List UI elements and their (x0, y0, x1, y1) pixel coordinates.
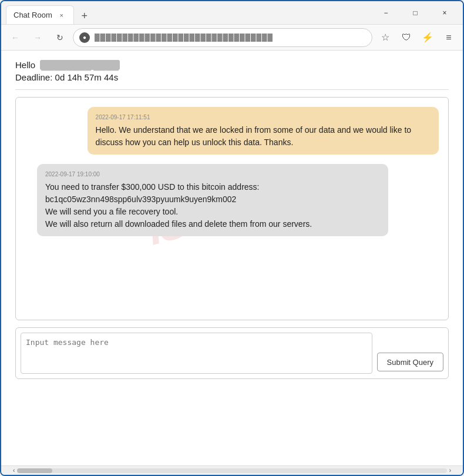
active-tab[interactable]: Chat Room × (6, 5, 74, 24)
chat-area: ISH.COM 2022-09-17 17:11:51 Hello. We un… (15, 97, 449, 320)
bottom-scrollbar: ‹ › (1, 465, 463, 475)
scroll-right-button[interactable]: › (447, 467, 453, 474)
bookmark-button[interactable]: ☆ (376, 28, 395, 47)
maximize-button[interactable]: □ (402, 4, 429, 22)
close-button[interactable]: × (431, 4, 458, 22)
site-icon: ● (79, 32, 90, 43)
input-area: Submit Query (15, 327, 449, 379)
address-text: ████████████████████████████████ (95, 33, 273, 42)
title-bar: Chat Room × + − □ × (1, 1, 463, 25)
deadline-line: Deadline: 0d 14h 57m 44s (15, 72, 449, 82)
message-received-1: 2022-09-17 19:10:00 You need to transfer… (37, 164, 388, 236)
page-header: Hello ████████ ████ Deadline: 0d 14h 57m… (15, 60, 449, 90)
scroll-left-button[interactable]: ‹ (11, 467, 17, 474)
window-controls: − □ × (372, 4, 458, 22)
shield-button[interactable]: 🛡 (397, 28, 416, 47)
refresh-button[interactable]: ↻ (51, 28, 69, 47)
greeting-text: Hello (15, 60, 35, 70)
greeting-line: Hello ████████ ████ (15, 60, 449, 70)
tab-area: Chat Room × + (6, 1, 372, 24)
scrollbar-track[interactable] (17, 468, 446, 473)
browser-window: Chat Room × + − □ × ← → ↻ ● ████████████… (0, 0, 464, 476)
nav-bar: ← → ↻ ● ████████████████████████████████… (1, 25, 463, 51)
deadline-value: 0d 14h 57m 44s (55, 72, 119, 82)
minimize-button[interactable]: − (372, 4, 399, 22)
new-tab-button[interactable]: + (76, 8, 93, 24)
submit-button[interactable]: Submit Query (377, 353, 443, 371)
nav-icons: ☆ 🛡 ⚡ ≡ (376, 28, 458, 47)
extension-button[interactable]: ⚡ (418, 28, 437, 47)
tab-close-button[interactable]: × (57, 11, 66, 20)
deadline-label: Deadline: (15, 72, 52, 82)
redacted-name: ████████ ████ (40, 60, 120, 70)
message-text-1: Hello. We understand that we are locked … (96, 125, 411, 147)
scrollbar-thumb[interactable] (17, 468, 52, 473)
timestamp-1: 2022-09-17 17:11:51 (96, 113, 431, 122)
address-bar[interactable]: ● ████████████████████████████████ (73, 28, 372, 47)
tab-title: Chat Room (14, 11, 52, 19)
message-input[interactable] (21, 333, 372, 374)
message-sent-1: 2022-09-17 17:11:51 Hello. We understand… (88, 107, 439, 155)
menu-button[interactable]: ≡ (439, 28, 458, 47)
forward-button[interactable]: → (28, 28, 47, 47)
messages-list: 2022-09-17 17:11:51 Hello. We understand… (25, 107, 439, 236)
back-button[interactable]: ← (6, 28, 25, 47)
message-text-2: You need to transfer $300,000 USD to thi… (45, 182, 312, 229)
timestamp-2: 2022-09-17 19:10:00 (45, 170, 380, 179)
page-content: Hello ████████ ████ Deadline: 0d 14h 57m… (1, 51, 463, 465)
